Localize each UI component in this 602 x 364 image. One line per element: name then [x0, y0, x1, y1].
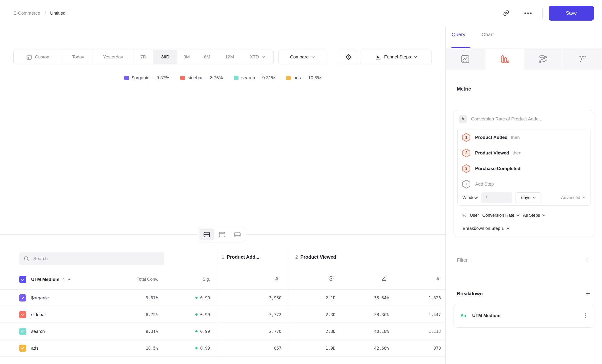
metric-heading: Metric	[457, 86, 471, 92]
window-unit-select[interactable]: days	[516, 192, 541, 203]
view-split-button[interactable]	[199, 228, 214, 240]
total-conv-header[interactable]: Total Conv.	[137, 277, 158, 282]
active-tab-underline	[452, 47, 470, 48]
add-step-button[interactable]: + Add Step	[462, 178, 586, 190]
legend-swatch	[234, 76, 238, 80]
breadcrumb-separator: /	[44, 11, 46, 16]
metric-title-row[interactable]: A Conversion Rate of Product Adde...	[459, 115, 542, 123]
bottom-panel-icon	[234, 232, 241, 237]
table-row-organic: $organic 9.37% 0.99 3,980 2.1D 38.34% 1,…	[0, 289, 445, 306]
significance-dot	[195, 330, 198, 332]
range-30d[interactable]: 30D	[154, 50, 177, 64]
range-7d[interactable]: 7D	[133, 50, 154, 64]
range-6m[interactable]: 6M	[196, 50, 218, 64]
add-step-hexagon-plus-icon: +	[462, 180, 470, 189]
range-custom[interactable]: Custom	[14, 50, 63, 64]
measured-entity[interactable]: User	[470, 213, 479, 218]
breakdown-table: 1 Product Add... 2 Product Viewed UTM Me…	[0, 244, 445, 364]
breakdown-property-card[interactable]: Aa UTM Medium	[453, 304, 594, 328]
funnel-step-1[interactable]: 1 Product Added then	[462, 132, 586, 143]
compare-button[interactable]: Compare	[279, 50, 326, 64]
tab-chart[interactable]: Chart	[482, 32, 494, 37]
chart-type-selector[interactable]: Funnel Steps	[360, 50, 432, 64]
filter-section: Filter	[457, 255, 591, 265]
panel-tabs: Query Chart	[446, 26, 602, 49]
breadcrumb-workspace[interactable]: E-Commerce	[13, 11, 40, 16]
chart-settings-button[interactable]: ⚙	[339, 50, 358, 64]
chevron-down-icon	[312, 56, 315, 58]
table-row-search: search 9.31% 0.99 2,770 2.3D 40.18% 1,11…	[0, 323, 445, 340]
step-column-1-title: 1 Product Add...	[222, 254, 259, 260]
advanced-toggle[interactable]: Advanced	[561, 195, 586, 200]
chart-legend: $organic · 9.37% sidebar · 8.75% search …	[0, 75, 445, 80]
save-button[interactable]: Save	[549, 6, 594, 21]
kebab-menu-icon[interactable]	[583, 311, 587, 320]
tab-retention-chart[interactable]	[563, 49, 602, 69]
share-link-button[interactable]	[500, 7, 512, 19]
legend-item-sidebar[interactable]: sidebar · 8.75%	[180, 75, 223, 80]
line-chart-icon	[461, 54, 470, 64]
tab-line-chart[interactable]	[446, 49, 485, 69]
row-checkbox[interactable]	[19, 328, 26, 335]
significance-dot	[195, 297, 198, 299]
range-12m[interactable]: 12M	[218, 50, 241, 64]
window-value-input[interactable]	[481, 192, 512, 203]
breadcrumb-title[interactable]: Untitled	[50, 11, 65, 16]
add-filter-button[interactable]	[585, 257, 591, 263]
legend-item-organic[interactable]: $organic · 9.37%	[124, 75, 169, 80]
link-icon	[503, 10, 509, 16]
tab-funnel-chart[interactable]	[485, 49, 524, 69]
groupby-header[interactable]: UTM Medium 4	[31, 277, 71, 282]
ellipsis-icon	[524, 12, 532, 14]
more-options-button[interactable]	[522, 7, 534, 19]
metric-title[interactable]: Conversion Rate of Product Adde...	[471, 116, 542, 122]
step-number-badge: 3	[462, 164, 470, 173]
search-input[interactable]	[33, 256, 160, 261]
flow-icon	[538, 54, 548, 64]
select-all-checkbox[interactable]	[19, 276, 26, 283]
search-icon	[23, 256, 30, 262]
chevron-down-icon	[68, 278, 71, 280]
table-row-sidebar: sidebar 8.75% 0.99 3,772 2.3D 38.36% 1,4…	[0, 306, 445, 323]
range-yesterday[interactable]: Yesterday	[93, 50, 133, 64]
measured-as-row: % User Conversion Rate All Steps	[463, 213, 545, 218]
table-body: $organic 9.37% 0.99 3,980 2.1D 38.34% 1,…	[0, 289, 445, 357]
metric-card: A Conversion Rate of Product Adde... 1 P…	[453, 110, 594, 237]
main-area: Custom Today Yesterday 7D 30D 3M 6M 12M …	[0, 26, 445, 364]
conv-rate-column-icon[interactable]	[381, 275, 387, 282]
legend-item-search[interactable]: search · 9.31%	[234, 75, 275, 80]
significance-dot	[195, 313, 198, 316]
calendar-icon	[26, 54, 32, 60]
measured-metric-dropdown[interactable]: Conversion Rate	[482, 213, 520, 218]
range-3m[interactable]: 3M	[177, 50, 196, 64]
count-column-icon[interactable]: #	[437, 276, 440, 282]
chevron-down-icon	[583, 197, 586, 199]
tab-flow-chart[interactable]	[524, 49, 563, 69]
measured-scope-dropdown[interactable]: All Steps	[523, 213, 545, 218]
date-range-segments: Custom Today Yesterday 7D 30D 3M 6M 12M …	[13, 50, 274, 64]
checkbox-checked[interactable]	[19, 276, 26, 283]
range-today[interactable]: Today	[63, 50, 93, 64]
sig-header[interactable]: Sig.	[203, 277, 210, 282]
count-column-icon[interactable]: #	[275, 276, 278, 282]
chart-type-tabs	[446, 49, 602, 69]
range-xtd[interactable]: XTD	[241, 50, 273, 64]
funnel-step-2[interactable]: 2 Product Viewed then	[462, 147, 586, 159]
row-checkbox[interactable]	[19, 294, 26, 301]
table-search	[19, 252, 164, 265]
legend-item-ads[interactable]: ads · 10.5%	[286, 75, 321, 80]
avg-time-column-icon[interactable]	[328, 275, 334, 282]
breakdown-on-step-dropdown[interactable]: Breakdown on Step 1	[463, 226, 510, 231]
view-chart-only-button[interactable]	[215, 228, 229, 240]
row-checkbox[interactable]	[19, 345, 26, 352]
row-checkbox[interactable]	[19, 311, 26, 318]
split-view-icon	[203, 232, 210, 237]
metric-badge: A	[459, 115, 467, 123]
range-custom-label: Custom	[35, 54, 51, 60]
step-column-2-title: 2 Product Viewed	[295, 254, 336, 260]
view-table-only-button[interactable]	[230, 228, 245, 240]
filter-heading: Filter	[457, 257, 467, 263]
tab-query[interactable]: Query	[452, 32, 465, 37]
funnel-step-3[interactable]: 3 Purchase Completed	[462, 163, 586, 174]
add-breakdown-button[interactable]	[585, 290, 591, 297]
